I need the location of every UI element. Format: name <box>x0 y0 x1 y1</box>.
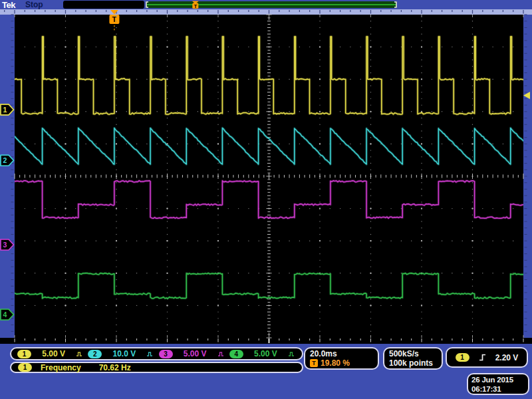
measurement-value: 70.62 Hz <box>99 363 131 372</box>
trigger-readout: 1 2.20 V <box>446 347 528 368</box>
record-length: 100k points <box>389 359 433 368</box>
ch4-badge: 4 <box>229 350 243 358</box>
measurement-readout: 1 Frequency 70.62 Hz <box>10 362 303 373</box>
datetime-readout: 26 Jun 2015 06:17:31 <box>467 373 529 395</box>
ch3-readout: 3 5.00 V <box>157 349 227 358</box>
trigger-position-icon: T <box>310 359 318 367</box>
ch4-scale: 5.00 V <box>254 349 277 358</box>
ch4-probe-icon <box>288 351 296 357</box>
trigger-level: 2.20 V <box>495 353 519 362</box>
rising-edge-icon <box>478 353 487 362</box>
svg-text:3: 3 <box>3 241 7 249</box>
svg-text:1: 1 <box>3 106 7 114</box>
ch2-badge: 2 <box>88 350 102 358</box>
trigger-position-percent: 19.80 % <box>321 359 350 368</box>
ch1-badge: 1 <box>17 350 31 358</box>
ch2-readout: 2 10.0 V <box>86 349 156 358</box>
ch1-scale: 5.00 V <box>42 349 65 358</box>
date-value: 26 Jun 2015 <box>471 375 513 384</box>
svg-text:4: 4 <box>3 311 7 319</box>
ch2-probe-icon <box>146 351 154 357</box>
ch4-readout: 4 5.00 V <box>227 349 298 358</box>
sample-rate: 500kS/s <box>389 350 419 358</box>
timebase-scale: 20.0ms <box>310 350 337 358</box>
svg-text:T: T <box>194 3 197 9</box>
measurement-source-badge: 1 <box>18 363 32 372</box>
measurement-label: Frequency <box>41 363 81 372</box>
oscilloscope-display: TT1234 Tek Stop 1 5.00 V 2 10.0 V 3 5.00… <box>0 0 532 399</box>
ch2-scale: 10.0 V <box>113 349 136 358</box>
acquisition-info-box <box>63 1 144 9</box>
ch1-readout: 1 5.00 V <box>15 349 86 358</box>
trigger-source-badge: 1 <box>456 353 469 362</box>
trigger-level-arrow <box>523 92 530 99</box>
time-value: 06:17:31 <box>471 384 501 394</box>
ch3-scale: 5.00 V <box>184 349 207 358</box>
ch3-badge: 3 <box>159 350 173 358</box>
scope-graphics: TT1234 <box>0 0 532 399</box>
ch1-position-marker: 1 <box>1 104 14 115</box>
record-view-bar <box>146 1 397 8</box>
svg-text:2: 2 <box>3 156 7 164</box>
acquisition-status: Stop <box>25 0 43 9</box>
ch3-probe-icon <box>217 351 225 357</box>
ch1-probe-icon <box>76 351 84 357</box>
timebase-readout: 20.0ms T 19.80 % <box>304 347 379 370</box>
channel-readout-bar: 1 5.00 V 2 10.0 V 3 5.00 V 4 5.00 V <box>10 347 303 360</box>
tek-logo: Tek <box>2 0 15 10</box>
acquisition-readout: 500kS/s 100k points <box>383 347 443 370</box>
